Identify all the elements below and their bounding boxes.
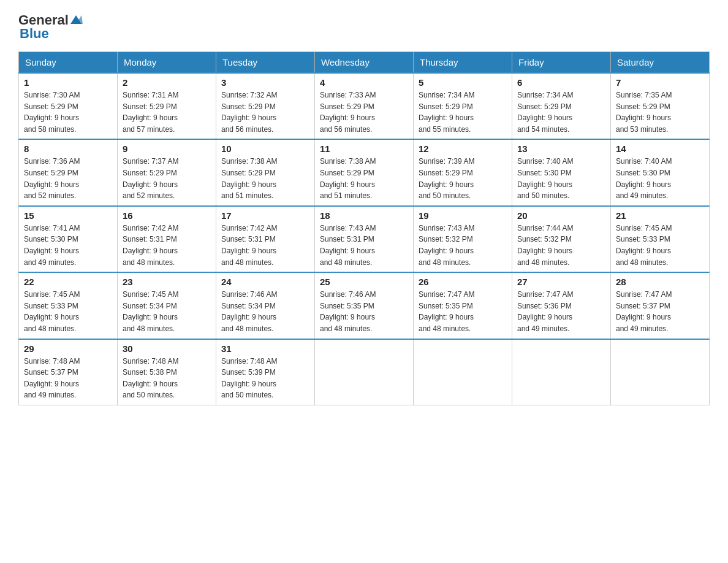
day-info: Sunrise: 7:42 AMSunset: 5:31 PMDaylight:…: [221, 223, 309, 268]
day-info: Sunrise: 7:38 AMSunset: 5:29 PMDaylight:…: [320, 156, 408, 201]
calendar-cell: 22Sunrise: 7:45 AMSunset: 5:33 PMDayligh…: [19, 272, 118, 339]
calendar-cell: 17Sunrise: 7:42 AMSunset: 5:31 PMDayligh…: [216, 206, 315, 272]
calendar-cell: 9Sunrise: 7:37 AMSunset: 5:29 PMDaylight…: [118, 139, 216, 205]
calendar-table: SundayMondayTuesdayWednesdayThursdayFrid…: [18, 52, 710, 405]
day-number: 10: [221, 144, 309, 154]
calendar-cell: 26Sunrise: 7:47 AMSunset: 5:35 PMDayligh…: [414, 272, 512, 339]
header-saturday: Saturday: [611, 52, 710, 74]
calendar-cell: 2Sunrise: 7:31 AMSunset: 5:29 PMDaylight…: [118, 73, 216, 139]
calendar-cell: 19Sunrise: 7:43 AMSunset: 5:32 PMDayligh…: [414, 206, 512, 272]
day-number: 23: [123, 277, 211, 287]
header-monday: Monday: [118, 52, 216, 74]
day-number: 12: [419, 144, 507, 154]
header-tuesday: Tuesday: [216, 52, 315, 74]
day-number: 25: [320, 277, 408, 287]
day-info: Sunrise: 7:48 AMSunset: 5:38 PMDaylight:…: [123, 356, 211, 401]
day-number: 13: [517, 144, 605, 154]
calendar-cell: 3Sunrise: 7:32 AMSunset: 5:29 PMDaylight…: [216, 73, 315, 139]
logo: General Blue: [18, 12, 83, 42]
day-number: 18: [320, 210, 408, 221]
day-number: 11: [320, 144, 408, 154]
day-info: Sunrise: 7:46 AMSunset: 5:34 PMDaylight:…: [221, 289, 309, 334]
day-number: 21: [616, 210, 704, 221]
calendar-cell: 20Sunrise: 7:44 AMSunset: 5:32 PMDayligh…: [512, 206, 611, 272]
calendar-cell: 28Sunrise: 7:47 AMSunset: 5:37 PMDayligh…: [611, 272, 710, 339]
day-number: 20: [517, 210, 605, 221]
day-info: Sunrise: 7:45 AMSunset: 5:33 PMDaylight:…: [616, 223, 704, 268]
day-number: 9: [123, 144, 211, 154]
day-info: Sunrise: 7:40 AMSunset: 5:30 PMDaylight:…: [517, 156, 605, 201]
calendar-cell: 5Sunrise: 7:34 AMSunset: 5:29 PMDaylight…: [414, 73, 512, 139]
page-header: General Blue: [18, 12, 710, 42]
day-info: Sunrise: 7:47 AMSunset: 5:37 PMDaylight:…: [616, 289, 704, 334]
calendar-cell: 18Sunrise: 7:43 AMSunset: 5:31 PMDayligh…: [315, 206, 414, 272]
calendar-cell: 21Sunrise: 7:45 AMSunset: 5:33 PMDayligh…: [611, 206, 710, 272]
calendar-cell: 12Sunrise: 7:39 AMSunset: 5:29 PMDayligh…: [414, 139, 512, 205]
day-number: 17: [221, 210, 309, 221]
calendar-cell: [611, 339, 710, 405]
calendar-cell: [414, 339, 512, 405]
day-number: 19: [419, 210, 507, 221]
day-number: 1: [24, 77, 112, 88]
calendar-cell: 30Sunrise: 7:48 AMSunset: 5:38 PMDayligh…: [118, 339, 216, 405]
calendar-cell: 23Sunrise: 7:45 AMSunset: 5:34 PMDayligh…: [118, 272, 216, 339]
day-number: 2: [123, 77, 211, 88]
day-info: Sunrise: 7:40 AMSunset: 5:30 PMDaylight:…: [616, 156, 704, 201]
week-row-2: 8Sunrise: 7:36 AMSunset: 5:29 PMDaylight…: [19, 139, 710, 205]
day-number: 24: [221, 277, 309, 287]
calendar-cell: 8Sunrise: 7:36 AMSunset: 5:29 PMDaylight…: [19, 139, 118, 205]
day-info: Sunrise: 7:35 AMSunset: 5:29 PMDaylight:…: [616, 90, 704, 135]
calendar-cell: 24Sunrise: 7:46 AMSunset: 5:34 PMDayligh…: [216, 272, 315, 339]
day-number: 6: [517, 77, 605, 88]
day-number: 29: [24, 343, 112, 354]
calendar-cell: 15Sunrise: 7:41 AMSunset: 5:30 PMDayligh…: [19, 206, 118, 272]
day-number: 16: [123, 210, 211, 221]
day-number: 8: [24, 144, 112, 154]
calendar-cell: 13Sunrise: 7:40 AMSunset: 5:30 PMDayligh…: [512, 139, 611, 205]
calendar-cell: 14Sunrise: 7:40 AMSunset: 5:30 PMDayligh…: [611, 139, 710, 205]
week-row-5: 29Sunrise: 7:48 AMSunset: 5:37 PMDayligh…: [19, 339, 710, 405]
day-number: 30: [123, 343, 211, 354]
day-info: Sunrise: 7:37 AMSunset: 5:29 PMDaylight:…: [123, 156, 211, 201]
day-number: 28: [616, 277, 704, 287]
calendar-cell: [512, 339, 611, 405]
day-number: 26: [419, 277, 507, 287]
day-info: Sunrise: 7:47 AMSunset: 5:36 PMDaylight:…: [517, 289, 605, 334]
calendar-cell: 27Sunrise: 7:47 AMSunset: 5:36 PMDayligh…: [512, 272, 611, 339]
day-info: Sunrise: 7:31 AMSunset: 5:29 PMDaylight:…: [123, 90, 211, 135]
day-info: Sunrise: 7:45 AMSunset: 5:33 PMDaylight:…: [24, 289, 112, 334]
day-info: Sunrise: 7:36 AMSunset: 5:29 PMDaylight:…: [24, 156, 112, 201]
calendar-cell: 11Sunrise: 7:38 AMSunset: 5:29 PMDayligh…: [315, 139, 414, 205]
header-row: SundayMondayTuesdayWednesdayThursdayFrid…: [19, 52, 710, 74]
day-info: Sunrise: 7:39 AMSunset: 5:29 PMDaylight:…: [419, 156, 507, 201]
day-info: Sunrise: 7:45 AMSunset: 5:34 PMDaylight:…: [123, 289, 211, 334]
calendar-cell: 31Sunrise: 7:48 AMSunset: 5:39 PMDayligh…: [216, 339, 315, 405]
day-info: Sunrise: 7:33 AMSunset: 5:29 PMDaylight:…: [320, 90, 408, 135]
day-info: Sunrise: 7:44 AMSunset: 5:32 PMDaylight:…: [517, 223, 605, 268]
day-info: Sunrise: 7:46 AMSunset: 5:35 PMDaylight:…: [320, 289, 408, 334]
day-number: 27: [517, 277, 605, 287]
calendar-cell: 29Sunrise: 7:48 AMSunset: 5:37 PMDayligh…: [19, 339, 118, 405]
day-info: Sunrise: 7:30 AMSunset: 5:29 PMDaylight:…: [24, 90, 112, 135]
calendar-cell: 16Sunrise: 7:42 AMSunset: 5:31 PMDayligh…: [118, 206, 216, 272]
day-number: 14: [616, 144, 704, 154]
day-info: Sunrise: 7:48 AMSunset: 5:39 PMDaylight:…: [221, 356, 309, 401]
calendar-cell: [315, 339, 414, 405]
day-info: Sunrise: 7:34 AMSunset: 5:29 PMDaylight:…: [517, 90, 605, 135]
logo-triangle-icon: [69, 13, 83, 26]
header-wednesday: Wednesday: [315, 52, 414, 74]
day-info: Sunrise: 7:42 AMSunset: 5:31 PMDaylight:…: [123, 223, 211, 268]
day-number: 3: [221, 77, 309, 88]
calendar-cell: 10Sunrise: 7:38 AMSunset: 5:29 PMDayligh…: [216, 139, 315, 205]
day-number: 22: [24, 277, 112, 287]
calendar-cell: 6Sunrise: 7:34 AMSunset: 5:29 PMDaylight…: [512, 73, 611, 139]
day-info: Sunrise: 7:43 AMSunset: 5:32 PMDaylight:…: [419, 223, 507, 268]
day-info: Sunrise: 7:38 AMSunset: 5:29 PMDaylight:…: [221, 156, 309, 201]
week-row-1: 1Sunrise: 7:30 AMSunset: 5:29 PMDaylight…: [19, 73, 710, 139]
week-row-4: 22Sunrise: 7:45 AMSunset: 5:33 PMDayligh…: [19, 272, 710, 339]
day-number: 4: [320, 77, 408, 88]
day-info: Sunrise: 7:34 AMSunset: 5:29 PMDaylight:…: [419, 90, 507, 135]
day-number: 5: [419, 77, 507, 88]
header-sunday: Sunday: [19, 52, 118, 74]
calendar-cell: 25Sunrise: 7:46 AMSunset: 5:35 PMDayligh…: [315, 272, 414, 339]
